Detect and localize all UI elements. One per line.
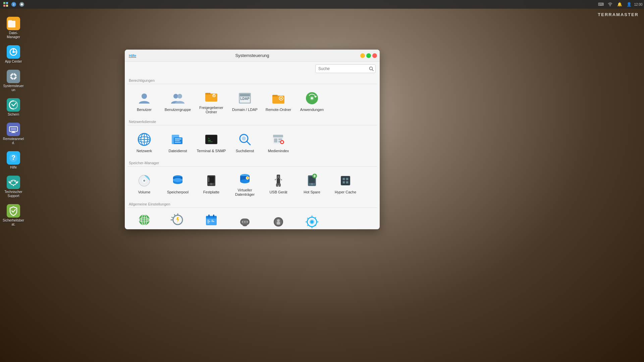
window-help-link[interactable]: Hilfe <box>129 54 136 58</box>
icon-remote-ordner[interactable]: Remote-Ordner <box>262 85 295 116</box>
window-close-button[interactable] <box>372 53 377 58</box>
icon-freigegebener-ordner[interactable]: Freigegebener Ordner <box>195 85 228 116</box>
svg-text:LDAP: LDAP <box>240 97 250 101</box>
svg-point-55 <box>311 97 313 99</box>
taskbar-left-icons: T <box>3 1 25 7</box>
keyboard-icon[interactable]: ⌨ <box>598 1 604 7</box>
svg-point-146 <box>247 221 248 223</box>
svg-point-83 <box>143 180 145 182</box>
svg-text:?: ? <box>11 154 15 161</box>
svg-rect-92 <box>208 177 209 182</box>
desktop-icon-sichern[interactable]: Sichern <box>1 97 25 118</box>
wifi-icon[interactable] <box>607 1 613 7</box>
svg-rect-75 <box>273 135 283 137</box>
svg-point-72 <box>242 136 246 140</box>
icon-volume[interactable]: Volume <box>127 168 161 198</box>
svg-line-131 <box>172 217 173 218</box>
desktop-icon-systemsteuerung[interactable]: Systemsteuerun <box>1 68 25 94</box>
search-input[interactable] <box>315 64 376 73</box>
desktop-icon-app-center[interactable]: App Center <box>1 44 25 65</box>
icon-benutzergruppe[interactable]: Benutzergruppe <box>161 85 195 116</box>
taskbar-settings-icon[interactable] <box>19 1 25 7</box>
icon-netzwerk[interactable]: Netzwerk <box>127 127 161 157</box>
desktop-icon-hilfe[interactable]: ? Hilfe <box>1 150 25 171</box>
svg-rect-1 <box>6 2 8 4</box>
icon-virtueller-datentraeger[interactable]: Virtueller Datenträger <box>228 168 262 198</box>
people-icon[interactable]: 👤 <box>626 1 632 7</box>
svg-rect-20 <box>10 76 11 77</box>
desktop-icon-file-manager[interactable]: Datei-Manager <box>1 15 25 41</box>
volume-label: Volume <box>138 190 151 194</box>
benutzer-icon <box>136 90 152 106</box>
icon-region-sprache[interactable]: Region und Sprache <box>127 209 161 229</box>
icon-dateidienst[interactable]: Dateidienst <box>161 127 195 157</box>
icon-system[interactable]: System <box>295 209 329 229</box>
festplatte-icon <box>203 173 219 189</box>
svg-rect-3 <box>6 5 8 7</box>
svg-rect-65 <box>175 142 181 143</box>
icon-geplante-aufgaben[interactable]: Geplante Aufgaben <box>195 209 228 229</box>
svg-point-109 <box>312 184 313 185</box>
icon-anwendungen[interactable]: Anwendungen <box>295 85 329 116</box>
icon-sicherheit[interactable]: Sicherheit <box>262 209 295 229</box>
icon-usb-geraet[interactable]: USB Gerät <box>262 168 295 198</box>
sicherheitsberat-icon <box>7 204 20 218</box>
svg-text:T: T <box>13 3 15 6</box>
desktop-icon-sicherheitsberat[interactable]: Sicherheitsberat. <box>1 203 25 228</box>
svg-rect-150 <box>277 222 280 225</box>
systemsteuerung-icon <box>7 70 20 83</box>
hilfe-label: Hilfe <box>10 166 17 170</box>
svg-point-14 <box>12 51 14 53</box>
svg-rect-138 <box>207 221 210 222</box>
desktop-icon-list: Datei-Manager App Center System <box>0 12 27 231</box>
icon-hardware-energie[interactable]: Hardware & Energie <box>161 209 195 229</box>
window-minimize-button[interactable] <box>360 53 365 58</box>
usb-geraet-label: USB Gerät <box>269 190 287 194</box>
file-manager-label: Datei-Manager <box>3 31 24 39</box>
berechtigungen-grid: Benutzer Benutzergruppe <box>127 85 377 116</box>
icon-hyper-cache[interactable]: Hyper Cache <box>329 168 362 198</box>
icon-suchdienst[interactable]: Suchdienst <box>228 127 262 157</box>
icon-medienindex[interactable]: Medienindex <box>262 127 295 157</box>
anwendungen-label: Anwendungen <box>300 108 324 112</box>
svg-point-37 <box>142 94 147 99</box>
hardware-energie-icon <box>170 212 186 228</box>
svg-point-95 <box>240 179 250 183</box>
bell-icon[interactable]: 🔔 <box>616 1 623 7</box>
hot-spare-icon <box>304 173 320 189</box>
svg-point-103 <box>275 179 276 180</box>
file-manager-icon <box>7 17 20 30</box>
svg-rect-100 <box>277 176 279 177</box>
svg-point-153 <box>310 220 314 224</box>
geplante-aufgaben-icon <box>203 212 219 228</box>
svg-rect-120 <box>346 178 348 180</box>
desktop-icon-remoteanmeld[interactable]: Remoteanmeld. <box>1 121 25 146</box>
desktop-icon-technischer-support[interactable]: Technischer Support <box>1 174 25 199</box>
technischer-support-label: Technischer Support <box>3 190 24 198</box>
usb-geraet-icon <box>270 173 286 189</box>
svg-rect-19 <box>13 78 14 80</box>
icon-terminal-snmp[interactable]: >_ Terminal & SNMP <box>195 127 228 157</box>
icon-hot-spare[interactable]: Hot Spare <box>295 168 329 198</box>
svg-point-145 <box>244 221 246 223</box>
taskbar-finder-icon[interactable]: T <box>11 1 17 7</box>
section-divider-2 <box>127 125 377 125</box>
section-speicher-manager-title: Speicher-Manager <box>127 158 377 166</box>
svg-rect-46 <box>240 94 250 97</box>
svg-rect-63 <box>175 138 181 139</box>
icon-festplatte[interactable]: Festplatte <box>195 168 228 198</box>
taskbar-home-icon[interactable] <box>3 1 9 7</box>
icon-benachrichtigung[interactable]: Benachrichtigung <box>228 209 262 229</box>
svg-point-8 <box>610 6 610 6</box>
icon-benutzer[interactable]: Benutzer <box>127 85 161 116</box>
search-bar <box>125 62 380 76</box>
benutzer-label: Benutzer <box>137 108 152 112</box>
icon-speicherpool[interactable]: Speicherpool <box>161 168 195 198</box>
icon-domain-ldap[interactable]: LDAP Domain / LDAP <box>228 85 262 116</box>
app-center-label: App Center <box>5 60 22 64</box>
hilfe-icon: ? <box>7 151 20 165</box>
search-button[interactable] <box>369 66 374 71</box>
svg-point-33 <box>14 181 15 182</box>
window-maximize-button[interactable] <box>366 53 371 58</box>
clock-icon[interactable]: 12:00 <box>635 1 641 7</box>
